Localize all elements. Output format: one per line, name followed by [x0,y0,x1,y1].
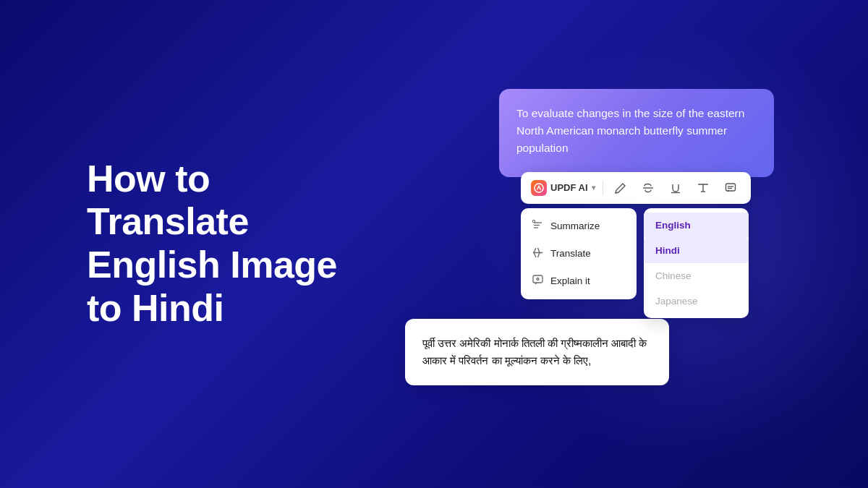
summarize-label: Summarize [550,221,600,231]
toolbar-divider [603,181,603,195]
source-card: To evaluate changes in the size of the e… [499,89,774,177]
svg-rect-11 [533,220,535,222]
lang-chinese[interactable]: Chinese [644,263,749,288]
dropdown-chevron-icon[interactable]: ▾ [592,184,595,192]
svg-rect-12 [533,275,542,283]
right-section: To evaluate changes in the size of the e… [463,89,825,400]
language-submenu: English Hindi Chinese Japanese [644,208,749,318]
lang-japanese[interactable]: Japanese [644,288,749,314]
updf-logo-icon [531,180,547,196]
strikethrough-icon[interactable] [638,178,658,198]
ai-dropdown-menu: Summarize Translate Explain it [521,208,637,299]
toolbar-logo: UPDF AI ▾ [531,180,595,196]
pen-icon[interactable] [610,178,631,198]
summarize-icon [532,220,543,233]
underline-icon[interactable] [665,178,686,198]
ai-menu-translate[interactable]: Translate [521,240,637,267]
explain-label: Explain it [550,275,590,286]
ai-menu-explain[interactable]: Explain it [521,267,637,295]
toolbar: UPDF AI ▾ [521,172,751,204]
updf-label: UPDF AI [550,182,588,193]
translate-label: Translate [550,248,591,259]
left-section: How to Translate English Image to Hindi [87,158,362,330]
svg-point-0 [535,184,543,192]
translation-card: पूर्वी उत्तर अमेरिकी मोनार्क तितली की ग्… [405,319,669,385]
svg-rect-5 [726,184,735,191]
explain-icon [532,275,543,288]
translation-text: पूर्वी उत्तर अमेरिकी मोनार्क तितली की ग्… [422,337,647,367]
ai-menu-summarize[interactable]: Summarize [521,213,637,240]
main-title: How to Translate English Image to Hindi [87,158,362,330]
source-text: To evaluate changes in the size of the e… [516,107,744,154]
svg-point-13 [537,278,539,280]
lang-hindi[interactable]: Hindi [644,238,749,263]
comment-icon[interactable] [720,178,741,198]
lang-english[interactable]: English [644,213,749,238]
translate-icon [532,247,543,260]
text-icon[interactable] [693,178,713,198]
